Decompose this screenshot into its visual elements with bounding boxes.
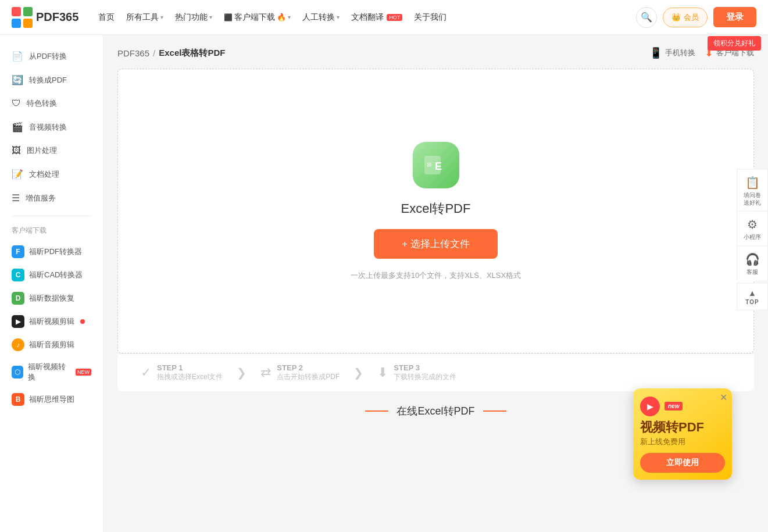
ad-subtitle: 新上线免费用: [640, 437, 725, 447]
service-float-btn[interactable]: 🎧 客服: [737, 245, 768, 280]
ad-new-badge: new: [665, 402, 683, 410]
ad-top-row: ▶ new: [640, 397, 725, 416]
miniapp-icon: ⚙: [747, 217, 758, 231]
vip-icon: ☰: [12, 192, 20, 203]
step3-download-icon: ⬇: [377, 365, 388, 380]
step2-exchange-icon: ⇄: [260, 365, 271, 380]
client-data-icon: D: [12, 292, 24, 305]
service-icon: 🎧: [745, 252, 760, 266]
step3-num: STEP 3: [394, 363, 456, 372]
sidebar-client-video-edit[interactable]: ▶ 福昕视频剪辑: [0, 310, 103, 333]
step1-check-icon: ✓: [141, 365, 151, 380]
sidebar-item-vip[interactable]: ☰ 增值服务: [0, 186, 103, 210]
svg-rect-3: [23, 19, 33, 28]
upload-area[interactable]: ≡ E Excel转PDF + 选择上传文件 一次上传最多支持10个文件，支持X…: [117, 69, 754, 354]
top-nav: PDF365 首页 所有工具▾ 热门功能▾ ⬛ 客户端下载 🔥 ▾ 人工转换▾ …: [0, 0, 768, 35]
top-button[interactable]: ▲ TOP: [737, 283, 768, 310]
survey-float-btn[interactable]: 📋 填问卷送好礼: [737, 169, 768, 210]
top-label: TOP: [745, 298, 759, 305]
member-button[interactable]: 👑 会员: [663, 8, 708, 27]
survey-label: 填问卷送好礼: [744, 191, 761, 206]
breadcrumb-home[interactable]: PDF365: [117, 48, 149, 58]
nav-item-manual[interactable]: 人工转换▾: [297, 9, 345, 26]
hot-dot-icon: [80, 319, 85, 324]
logo-icon: [12, 7, 33, 28]
sidebar-divider: [12, 216, 91, 216]
client-video-edit-icon: ▶: [12, 315, 24, 328]
chevron-down-icon4: ▾: [337, 14, 340, 20]
sidebar-item-doc[interactable]: 📝 文档处理: [0, 162, 103, 186]
sidebar-client-mind[interactable]: B 福昕思维导图: [0, 388, 103, 411]
doc-icon: 📝: [12, 169, 23, 180]
chevron-down-icon: ▾: [160, 14, 163, 20]
breadcrumb: PDF365 / Excel表格转PDF: [117, 48, 225, 59]
ad-title: 视频转PDF: [640, 420, 725, 435]
av-icon: 🎬: [12, 122, 23, 133]
bottom-title-text: 在线Excel转PDF: [396, 404, 474, 418]
right-float-panel: 📋 填问卷送好礼 ⚙ 小程序 🎧 客服 ▲ TOP: [737, 169, 768, 310]
sidebar: 📄 从PDF转换 🔄 转换成PDF 🛡 特色转换 🎬 音视频转换 🖼 图片处理 …: [0, 35, 103, 532]
sidebar-item-image[interactable]: 🖼 图片处理: [0, 139, 103, 162]
svg-text:≡: ≡: [427, 160, 431, 169]
service-label: 客服: [746, 267, 758, 276]
step2-desc: 点击开始转换成PDF: [277, 372, 340, 382]
step-arrow1-icon: ❯: [237, 366, 247, 380]
sidebar-client-audio-edit[interactable]: ♪ 福昕音频剪辑: [0, 333, 103, 356]
title-line-left: [365, 410, 388, 412]
client-video-conv-icon: ⬡: [12, 366, 23, 379]
tool-icon-wrapper: ≡ E: [413, 142, 459, 188]
svg-rect-0: [12, 7, 21, 16]
sidebar-client-data[interactable]: D 福昕数据恢复: [0, 287, 103, 310]
mobile-convert-btn[interactable]: 📱 手机转换: [649, 47, 695, 59]
nav-item-translate[interactable]: 文档翻译HOT: [345, 9, 408, 26]
mobile-icon: 📱: [649, 47, 662, 59]
title-line-right: [483, 410, 506, 412]
upload-button[interactable]: + 选择上传文件: [374, 229, 498, 259]
client-audio-icon: ♪: [12, 338, 24, 351]
login-button[interactable]: 登录: [713, 7, 756, 27]
survey-icon: 📋: [745, 175, 760, 189]
logo[interactable]: PDF365: [12, 7, 78, 28]
download-icon: ⬛: [224, 13, 233, 22]
sidebar-item-special[interactable]: 🛡 特色转换: [0, 92, 103, 115]
nav-item-features[interactable]: 热门功能▾: [169, 9, 218, 26]
svg-rect-2: [12, 19, 21, 28]
nav-item-tools[interactable]: 所有工具▾: [120, 9, 169, 26]
sidebar-client-cad[interactable]: C 福昕CAD转换器: [0, 263, 103, 287]
fire-icon: 🔥: [277, 13, 286, 22]
nav-item-download[interactable]: ⬛ 客户端下载 🔥 ▾: [218, 9, 297, 26]
page-header: PDF365 / Excel表格转PDF 📱 手机转换 ⬇ 客户端下载: [117, 47, 754, 59]
ad-popup: ✕ ▶ new 视频转PDF 新上线免费用 立即使用: [633, 388, 732, 480]
to-pdf-icon: 🔄: [12, 74, 23, 85]
ad-cta-button[interactable]: 立即使用: [640, 453, 725, 473]
svg-text:E: E: [435, 160, 442, 172]
sidebar-client-pdf[interactable]: F 福昕PDF转换器: [0, 240, 103, 263]
ad-play-icon: ▶: [640, 397, 660, 416]
chevron-down-icon2: ▾: [209, 14, 212, 20]
client-mind-icon: B: [12, 393, 24, 406]
nav-item-about[interactable]: 关于我们: [408, 9, 452, 26]
nav-item-home[interactable]: 首页: [92, 9, 120, 26]
client-cad-icon: C: [12, 269, 24, 281]
steps-bar: ✓ STEP 1 拖拽或选择Excel文件 ❯ ⇄ STEP 2 点击开始转换成…: [117, 354, 754, 391]
step2-num: STEP 2: [277, 363, 340, 372]
sidebar-item-to-pdf[interactable]: 🔄 转换成PDF: [0, 68, 103, 92]
step-arrow2-icon: ❯: [353, 366, 363, 380]
image-icon: 🖼: [12, 145, 21, 156]
gift-badge[interactable]: 领积分兑好礼: [708, 36, 761, 51]
ad-close-button[interactable]: ✕: [720, 392, 727, 403]
svg-rect-1: [23, 7, 33, 16]
step1-num: STEP 1: [157, 363, 223, 372]
logo-text: PDF365: [36, 10, 78, 24]
crown-icon: 👑: [671, 13, 681, 22]
hot-badge: HOT: [387, 14, 402, 21]
new-tag: NEW: [76, 369, 91, 376]
sidebar-item-av[interactable]: 🎬 音视频转换: [0, 115, 103, 139]
upload-hint: 一次上传最多支持10个文件，支持XLS、XLSX格式: [351, 270, 521, 281]
client-pdf-icon: F: [12, 245, 24, 258]
sidebar-client-video-conv[interactable]: ⬡ 福昕视频转换 NEW: [0, 356, 103, 388]
miniapp-float-btn[interactable]: ⚙ 小程序: [737, 210, 768, 245]
search-button[interactable]: 🔍: [636, 7, 657, 28]
sidebar-section-title: 客户端下载: [0, 222, 103, 240]
sidebar-item-pdf-from[interactable]: 📄 从PDF转换: [0, 44, 103, 68]
